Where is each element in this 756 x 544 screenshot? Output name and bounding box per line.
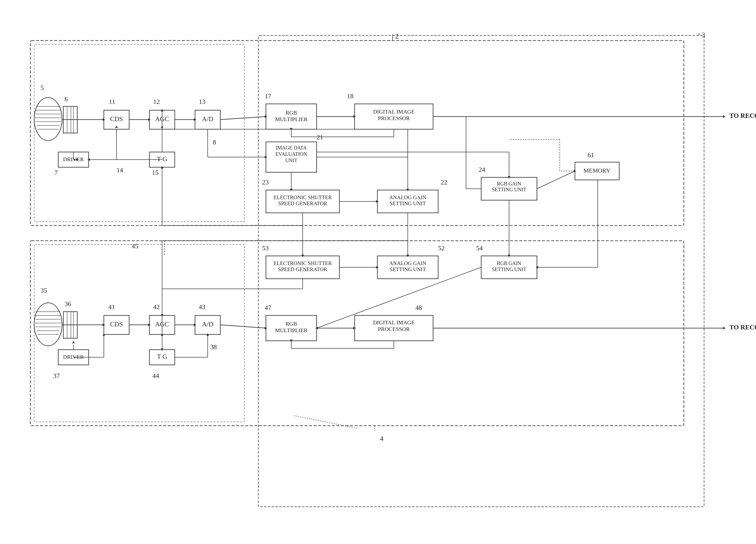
svg-text:SPEED GENERATOR: SPEED GENERATOR: [278, 200, 327, 206]
svg-marker-63: [723, 115, 726, 118]
svg-text:47: 47: [265, 304, 271, 312]
svg-text:SETTING UNIT: SETTING UNIT: [390, 200, 426, 206]
svg-text:T G: T G: [157, 155, 167, 163]
svg-text:AGC: AGC: [155, 321, 169, 328]
svg-text:DIGITAL IMAGE: DIGITAL IMAGE: [373, 319, 415, 326]
svg-text:DRIVER: DRIVER: [63, 156, 84, 162]
svg-point-29: [34, 303, 62, 346]
svg-text:21: 21: [317, 133, 323, 141]
svg-text:2: 2: [395, 32, 399, 40]
svg-text:7: 7: [54, 169, 58, 176]
svg-text:11: 11: [109, 98, 115, 105]
svg-text:UNIT: UNIT: [285, 158, 297, 163]
svg-text:TO RECORDING: TO RECORDING: [729, 112, 756, 119]
svg-line-222: [294, 416, 357, 428]
svg-text:61: 61: [588, 151, 594, 159]
svg-line-121: [220, 325, 266, 328]
svg-text:6: 6: [65, 95, 68, 103]
svg-text:MULTIPLIER: MULTIPLIER: [275, 116, 308, 122]
svg-text:12: 12: [153, 98, 160, 105]
svg-text:SETTING UNIT: SETTING UNIT: [492, 266, 526, 272]
svg-text:37: 37: [53, 372, 60, 380]
svg-text:53: 53: [262, 244, 269, 252]
svg-text:PROCESSOR: PROCESSOR: [378, 115, 410, 121]
svg-text:RGB GAIN: RGB GAIN: [497, 260, 521, 266]
svg-marker-140: [72, 341, 75, 343]
svg-text:36: 36: [65, 300, 71, 308]
svg-text:41: 41: [108, 303, 115, 311]
svg-text:MULTIPLIER: MULTIPLIER: [275, 327, 308, 334]
svg-text:17: 17: [265, 92, 271, 100]
svg-text:MEMORY: MEMORY: [584, 167, 611, 174]
svg-marker-126: [723, 327, 726, 330]
svg-text:RGB: RGB: [285, 109, 297, 116]
svg-text:35: 35: [41, 287, 47, 294]
svg-text:T G: T G: [157, 353, 167, 360]
svg-text:TO RECORDING: TO RECORDING: [729, 324, 756, 331]
svg-text:23: 23: [262, 179, 269, 186]
svg-text:22: 22: [441, 179, 447, 186]
svg-text:SETTING UNIT: SETTING UNIT: [390, 266, 426, 273]
svg-line-58: [220, 116, 266, 120]
svg-text:AGC: AGC: [155, 115, 169, 123]
svg-text:54: 54: [476, 244, 483, 252]
svg-text:CDS: CDS: [110, 321, 123, 328]
svg-text:IMAGE DATA: IMAGE DATA: [276, 145, 307, 150]
svg-text:SPEED GENERATOR: SPEED GENERATOR: [278, 266, 327, 273]
svg-text:13: 13: [199, 98, 205, 105]
svg-text:SETTING UNIT: SETTING UNIT: [492, 187, 526, 192]
svg-text:DRIVER: DRIVER: [63, 354, 84, 360]
svg-text:RGB: RGB: [285, 321, 297, 327]
svg-text:52: 52: [438, 244, 445, 252]
svg-text:24: 24: [479, 166, 485, 173]
svg-text:A/D: A/D: [202, 115, 214, 123]
svg-text:ELECTRONIC SHUTTER: ELECTRONIC SHUTTER: [274, 260, 332, 266]
svg-rect-0: [30, 41, 684, 225]
svg-text:3: 3: [702, 31, 705, 39]
svg-line-88: [537, 171, 575, 189]
svg-text:ANALOG GAIN: ANALOG GAIN: [389, 194, 426, 200]
svg-text:ANALOG GAIN: ANALOG GAIN: [389, 260, 426, 266]
svg-text:A/D: A/D: [202, 321, 214, 328]
svg-text:14: 14: [117, 166, 123, 174]
svg-text:5: 5: [41, 84, 44, 91]
svg-text:8: 8: [213, 139, 216, 146]
svg-text:ELECTRONIC SHUTTER: ELECTRONIC SHUTTER: [274, 194, 332, 200]
diagram-container: CDS AGC A/D DRIVER T G RGB MULTIPLIER DI…: [15, 20, 740, 522]
svg-text:45: 45: [132, 242, 138, 250]
svg-text:38: 38: [210, 343, 217, 351]
svg-text:48: 48: [415, 304, 422, 312]
svg-point-5: [34, 97, 62, 141]
svg-text:42: 42: [153, 303, 160, 311]
svg-text:RGB GAIN: RGB GAIN: [497, 181, 521, 186]
svg-text:44: 44: [152, 372, 159, 380]
svg-text:43: 43: [199, 303, 205, 311]
svg-text:CDS: CDS: [110, 115, 123, 123]
svg-text:18: 18: [347, 92, 354, 100]
svg-text:4: 4: [380, 435, 383, 442]
svg-text:PROCESSOR: PROCESSOR: [378, 326, 410, 332]
svg-text:15: 15: [152, 169, 159, 176]
svg-text:EVALUATION: EVALUATION: [275, 151, 307, 157]
svg-text:DIGITAL IMAGE: DIGITAL IMAGE: [373, 108, 415, 115]
